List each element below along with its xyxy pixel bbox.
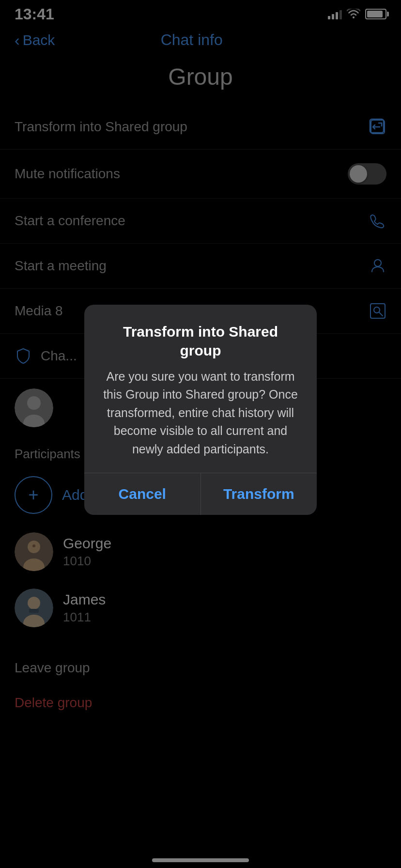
- modal-transform-button[interactable]: Transform: [201, 473, 317, 515]
- modal-buttons: Cancel Transform: [84, 473, 317, 515]
- modal-cancel-button[interactable]: Cancel: [84, 473, 200, 515]
- modal-overlay: Transform into Shared group Are you sure…: [0, 0, 401, 868]
- modal-title: Transform into Shared group: [102, 322, 299, 360]
- modal-dialog: Transform into Shared group Are you sure…: [84, 305, 317, 515]
- modal-body: Are you sure you want to transform this …: [102, 368, 299, 459]
- modal-content: Transform into Shared group Are you sure…: [84, 305, 317, 459]
